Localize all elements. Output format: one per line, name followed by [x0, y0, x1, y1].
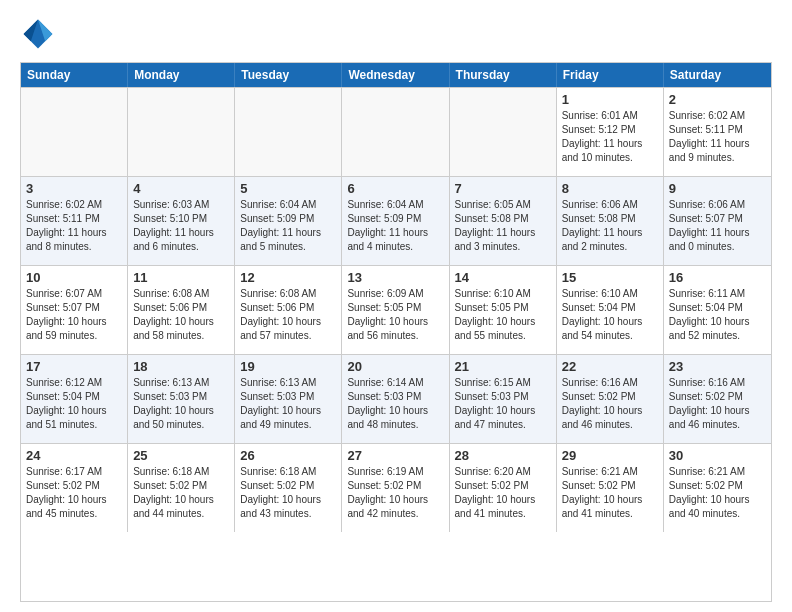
day-info: Sunrise: 6:08 AM Sunset: 5:06 PM Dayligh… — [240, 287, 336, 343]
day-number: 22 — [562, 359, 658, 374]
logo — [20, 16, 60, 52]
header-wednesday: Wednesday — [342, 63, 449, 87]
calendar-cell: 11Sunrise: 6:08 AM Sunset: 5:06 PM Dayli… — [128, 266, 235, 354]
day-info: Sunrise: 6:10 AM Sunset: 5:04 PM Dayligh… — [562, 287, 658, 343]
day-info: Sunrise: 6:15 AM Sunset: 5:03 PM Dayligh… — [455, 376, 551, 432]
day-number: 8 — [562, 181, 658, 196]
day-number: 28 — [455, 448, 551, 463]
header-sunday: Sunday — [21, 63, 128, 87]
day-number: 20 — [347, 359, 443, 374]
calendar-cell — [21, 88, 128, 176]
header-monday: Monday — [128, 63, 235, 87]
day-number: 29 — [562, 448, 658, 463]
calendar-week-3: 10Sunrise: 6:07 AM Sunset: 5:07 PM Dayli… — [21, 265, 771, 354]
logo-icon — [20, 16, 56, 52]
calendar-cell: 30Sunrise: 6:21 AM Sunset: 5:02 PM Dayli… — [664, 444, 771, 532]
calendar-cell: 28Sunrise: 6:20 AM Sunset: 5:02 PM Dayli… — [450, 444, 557, 532]
day-info: Sunrise: 6:08 AM Sunset: 5:06 PM Dayligh… — [133, 287, 229, 343]
day-number: 15 — [562, 270, 658, 285]
day-number: 13 — [347, 270, 443, 285]
calendar-cell: 20Sunrise: 6:14 AM Sunset: 5:03 PM Dayli… — [342, 355, 449, 443]
day-info: Sunrise: 6:13 AM Sunset: 5:03 PM Dayligh… — [133, 376, 229, 432]
header-saturday: Saturday — [664, 63, 771, 87]
calendar-week-1: 1Sunrise: 6:01 AM Sunset: 5:12 PM Daylig… — [21, 87, 771, 176]
day-number: 11 — [133, 270, 229, 285]
day-info: Sunrise: 6:18 AM Sunset: 5:02 PM Dayligh… — [133, 465, 229, 521]
day-number: 7 — [455, 181, 551, 196]
calendar-cell: 12Sunrise: 6:08 AM Sunset: 5:06 PM Dayli… — [235, 266, 342, 354]
day-info: Sunrise: 6:09 AM Sunset: 5:05 PM Dayligh… — [347, 287, 443, 343]
calendar-cell: 4Sunrise: 6:03 AM Sunset: 5:10 PM Daylig… — [128, 177, 235, 265]
calendar-week-2: 3Sunrise: 6:02 AM Sunset: 5:11 PM Daylig… — [21, 176, 771, 265]
calendar-cell: 5Sunrise: 6:04 AM Sunset: 5:09 PM Daylig… — [235, 177, 342, 265]
day-number: 26 — [240, 448, 336, 463]
day-number: 3 — [26, 181, 122, 196]
day-info: Sunrise: 6:17 AM Sunset: 5:02 PM Dayligh… — [26, 465, 122, 521]
page-header — [20, 16, 772, 52]
header-friday: Friday — [557, 63, 664, 87]
day-info: Sunrise: 6:02 AM Sunset: 5:11 PM Dayligh… — [669, 109, 766, 165]
day-number: 17 — [26, 359, 122, 374]
day-number: 5 — [240, 181, 336, 196]
day-info: Sunrise: 6:21 AM Sunset: 5:02 PM Dayligh… — [562, 465, 658, 521]
calendar-cell: 16Sunrise: 6:11 AM Sunset: 5:04 PM Dayli… — [664, 266, 771, 354]
calendar-cell: 25Sunrise: 6:18 AM Sunset: 5:02 PM Dayli… — [128, 444, 235, 532]
day-number: 23 — [669, 359, 766, 374]
calendar-cell: 8Sunrise: 6:06 AM Sunset: 5:08 PM Daylig… — [557, 177, 664, 265]
day-info: Sunrise: 6:16 AM Sunset: 5:02 PM Dayligh… — [562, 376, 658, 432]
day-number: 2 — [669, 92, 766, 107]
page: Sunday Monday Tuesday Wednesday Thursday… — [0, 0, 792, 612]
day-number: 9 — [669, 181, 766, 196]
day-info: Sunrise: 6:12 AM Sunset: 5:04 PM Dayligh… — [26, 376, 122, 432]
calendar-cell: 17Sunrise: 6:12 AM Sunset: 5:04 PM Dayli… — [21, 355, 128, 443]
day-number: 19 — [240, 359, 336, 374]
calendar-cell: 1Sunrise: 6:01 AM Sunset: 5:12 PM Daylig… — [557, 88, 664, 176]
calendar-cell: 24Sunrise: 6:17 AM Sunset: 5:02 PM Dayli… — [21, 444, 128, 532]
day-number: 18 — [133, 359, 229, 374]
day-number: 24 — [26, 448, 122, 463]
day-number: 10 — [26, 270, 122, 285]
header-thursday: Thursday — [450, 63, 557, 87]
day-info: Sunrise: 6:21 AM Sunset: 5:02 PM Dayligh… — [669, 465, 766, 521]
day-info: Sunrise: 6:01 AM Sunset: 5:12 PM Dayligh… — [562, 109, 658, 165]
calendar-cell: 26Sunrise: 6:18 AM Sunset: 5:02 PM Dayli… — [235, 444, 342, 532]
calendar-cell: 14Sunrise: 6:10 AM Sunset: 5:05 PM Dayli… — [450, 266, 557, 354]
day-number: 14 — [455, 270, 551, 285]
day-number: 1 — [562, 92, 658, 107]
day-number: 12 — [240, 270, 336, 285]
calendar-body: 1Sunrise: 6:01 AM Sunset: 5:12 PM Daylig… — [21, 87, 771, 532]
calendar-cell — [450, 88, 557, 176]
day-number: 4 — [133, 181, 229, 196]
calendar-cell: 22Sunrise: 6:16 AM Sunset: 5:02 PM Dayli… — [557, 355, 664, 443]
calendar-cell: 6Sunrise: 6:04 AM Sunset: 5:09 PM Daylig… — [342, 177, 449, 265]
day-number: 30 — [669, 448, 766, 463]
day-number: 27 — [347, 448, 443, 463]
day-info: Sunrise: 6:03 AM Sunset: 5:10 PM Dayligh… — [133, 198, 229, 254]
calendar-cell: 18Sunrise: 6:13 AM Sunset: 5:03 PM Dayli… — [128, 355, 235, 443]
calendar: Sunday Monday Tuesday Wednesday Thursday… — [20, 62, 772, 602]
header-tuesday: Tuesday — [235, 63, 342, 87]
calendar-cell: 29Sunrise: 6:21 AM Sunset: 5:02 PM Dayli… — [557, 444, 664, 532]
day-info: Sunrise: 6:06 AM Sunset: 5:07 PM Dayligh… — [669, 198, 766, 254]
day-info: Sunrise: 6:07 AM Sunset: 5:07 PM Dayligh… — [26, 287, 122, 343]
day-info: Sunrise: 6:16 AM Sunset: 5:02 PM Dayligh… — [669, 376, 766, 432]
calendar-week-5: 24Sunrise: 6:17 AM Sunset: 5:02 PM Dayli… — [21, 443, 771, 532]
calendar-cell — [235, 88, 342, 176]
calendar-header: Sunday Monday Tuesday Wednesday Thursday… — [21, 63, 771, 87]
day-info: Sunrise: 6:10 AM Sunset: 5:05 PM Dayligh… — [455, 287, 551, 343]
calendar-cell: 2Sunrise: 6:02 AM Sunset: 5:11 PM Daylig… — [664, 88, 771, 176]
calendar-cell — [342, 88, 449, 176]
calendar-cell: 23Sunrise: 6:16 AM Sunset: 5:02 PM Dayli… — [664, 355, 771, 443]
day-number: 6 — [347, 181, 443, 196]
calendar-cell: 19Sunrise: 6:13 AM Sunset: 5:03 PM Dayli… — [235, 355, 342, 443]
calendar-cell: 3Sunrise: 6:02 AM Sunset: 5:11 PM Daylig… — [21, 177, 128, 265]
day-number: 16 — [669, 270, 766, 285]
calendar-cell: 13Sunrise: 6:09 AM Sunset: 5:05 PM Dayli… — [342, 266, 449, 354]
calendar-cell — [128, 88, 235, 176]
day-info: Sunrise: 6:05 AM Sunset: 5:08 PM Dayligh… — [455, 198, 551, 254]
day-info: Sunrise: 6:20 AM Sunset: 5:02 PM Dayligh… — [455, 465, 551, 521]
calendar-cell: 9Sunrise: 6:06 AM Sunset: 5:07 PM Daylig… — [664, 177, 771, 265]
day-info: Sunrise: 6:19 AM Sunset: 5:02 PM Dayligh… — [347, 465, 443, 521]
calendar-cell: 7Sunrise: 6:05 AM Sunset: 5:08 PM Daylig… — [450, 177, 557, 265]
day-info: Sunrise: 6:06 AM Sunset: 5:08 PM Dayligh… — [562, 198, 658, 254]
